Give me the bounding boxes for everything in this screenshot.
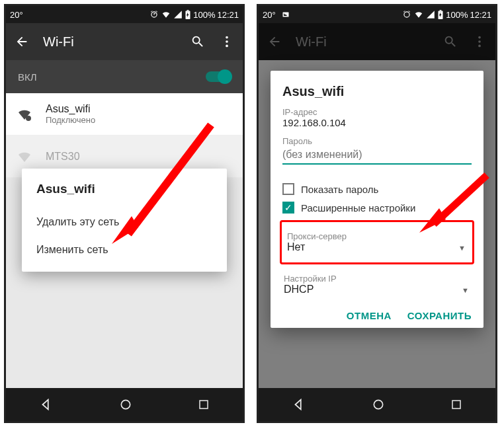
- chevron-down-icon: ▼: [462, 286, 469, 294]
- password-label: Пароль: [282, 136, 472, 146]
- temperature: 20°: [10, 10, 23, 20]
- dialog-title: Asus_wifi: [36, 182, 212, 196]
- ip-address-value: 192.168.0.104: [282, 117, 472, 128]
- proxy-value: Нет: [287, 241, 467, 253]
- svg-rect-6: [28, 117, 30, 119]
- svg-rect-12: [440, 10, 442, 11]
- phone-right: 20° 100% 12:21 Wi-Fi: [257, 4, 497, 423]
- wifi-icon: [161, 10, 171, 19]
- network-context-menu: Asus_wifi Удалить эту сеть Изменить сеть: [22, 169, 227, 272]
- nav-home-icon[interactable]: [119, 398, 132, 411]
- screenshot-icon: [281, 11, 290, 19]
- status-bar: 20° 100% 12:21: [6, 6, 243, 23]
- signal-icon: [426, 10, 435, 19]
- checkbox-unchecked-icon[interactable]: [282, 183, 294, 195]
- nav-home-icon[interactable]: [372, 398, 385, 411]
- nav-recent-icon[interactable]: [198, 399, 210, 410]
- wifi-signal-icon: [17, 106, 32, 122]
- menu-item-forget[interactable]: Удалить эту сеть: [36, 208, 212, 236]
- nav-bar: [259, 388, 495, 421]
- status-bar: 20° 100% 12:21: [259, 6, 495, 23]
- wifi-signal-icon: [17, 149, 32, 165]
- nav-bar: [6, 388, 243, 421]
- network-name: Asus_wifi: [46, 103, 95, 115]
- clock: 12:21: [217, 10, 239, 20]
- checkbox-checked-icon[interactable]: ✓: [282, 202, 294, 214]
- alarm-icon: [402, 10, 411, 19]
- svg-point-8: [121, 400, 130, 409]
- save-button[interactable]: СОХРАНИТЬ: [407, 310, 472, 321]
- cancel-button[interactable]: ОТМЕНА: [347, 310, 392, 321]
- show-password-row[interactable]: Показать пароль: [282, 183, 472, 195]
- ip-address-label: IP-адрес: [282, 107, 472, 117]
- svg-rect-18: [452, 401, 460, 409]
- network-row-connected[interactable]: Asus_wifi Подключено: [6, 93, 243, 136]
- svg-point-3: [226, 40, 228, 43]
- search-icon[interactable]: [190, 34, 206, 50]
- nav-back-icon[interactable]: [39, 397, 54, 412]
- battery-icon: [437, 10, 444, 19]
- overflow-icon[interactable]: [219, 34, 235, 50]
- svg-rect-1: [187, 10, 189, 11]
- proxy-highlight-box: Прокси-сервер Нет ▼: [280, 220, 474, 264]
- phone-left: 20° 100% 12:21 Wi-Fi: [4, 4, 245, 423]
- edit-network-dialog: Asus_wifi IP-адрес 192.168.0.104 Пароль …: [271, 71, 483, 328]
- chevron-down-icon: ▼: [458, 244, 466, 252]
- page-title: Wi-Fi: [43, 34, 177, 50]
- back-icon[interactable]: [14, 34, 30, 50]
- svg-point-4: [226, 45, 228, 48]
- menu-item-modify[interactable]: Изменить сеть: [36, 236, 212, 264]
- toggle-label: ВКЛ: [18, 71, 37, 83]
- app-bar: Wi-Fi: [6, 23, 243, 60]
- nav-recent-icon[interactable]: [450, 399, 462, 410]
- signal-icon: [173, 10, 183, 19]
- ip-settings-label: Настройки IP: [284, 274, 470, 284]
- password-input[interactable]: [282, 146, 472, 165]
- proxy-dropdown[interactable]: Прокси-сервер Нет ▼: [286, 226, 468, 258]
- dialog-title: Asus_wifi: [282, 84, 472, 99]
- battery-icon: [185, 10, 191, 19]
- advanced-settings-label: Расширенные настройки: [301, 202, 415, 214]
- svg-point-17: [374, 400, 382, 409]
- wifi-icon: [413, 10, 424, 19]
- ip-settings-dropdown[interactable]: Настройки IP DHCP ▼: [282, 268, 472, 301]
- alarm-icon: [149, 10, 159, 19]
- wifi-switch[interactable]: [206, 71, 231, 82]
- temperature: 20°: [263, 10, 276, 20]
- show-password-label: Показать пароль: [301, 184, 378, 195]
- nav-back-icon[interactable]: [292, 397, 306, 412]
- svg-rect-9: [200, 401, 208, 409]
- battery-percent: 100%: [446, 10, 468, 20]
- battery-percent: 100%: [193, 10, 215, 20]
- ip-settings-value: DHCP: [284, 284, 470, 295]
- advanced-settings-row[interactable]: ✓ Расширенные настройки: [282, 202, 472, 214]
- network-name: MTS30: [46, 151, 80, 163]
- svg-point-2: [226, 36, 228, 39]
- network-status: Подключено: [46, 115, 95, 125]
- wifi-toggle-row[interactable]: ВКЛ: [6, 60, 243, 93]
- proxy-label: Прокси-сервер: [287, 231, 467, 241]
- clock: 12:21: [470, 10, 491, 20]
